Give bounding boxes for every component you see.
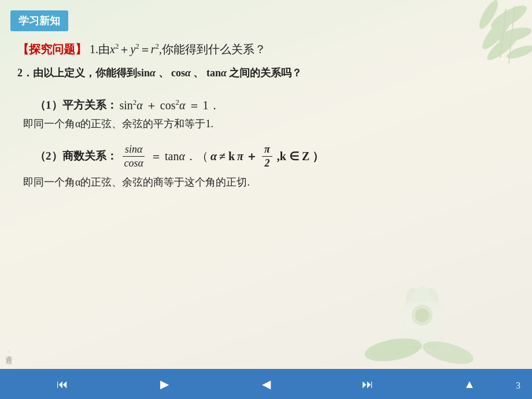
nav-next-button[interactable]: ◀ (256, 374, 276, 394)
frac-denominator: cosα (122, 157, 146, 169)
nav-prev-button[interactable]: ▶ (154, 374, 175, 394)
nav-up-button[interactable]: ▲ (459, 374, 480, 394)
section1-formula: （1）平方关系： sin2α ＋ cos2α ＝ 1． (35, 98, 515, 113)
nav-last-button[interactable]: ⏭ (357, 374, 378, 394)
section1: （1）平方关系： sin2α ＋ cos2α ＝ 1． 即同一个角α的正弦、余弦… (17, 98, 515, 131)
page-number: 3 (516, 380, 520, 391)
section1-title: （1）平方关系： (35, 98, 117, 113)
question2-block: 2．由以上定义，你能得到sinα 、 cosα 、 tanα 之间的关系吗？ (17, 65, 515, 82)
section2-frac: sinα cosα (120, 143, 148, 169)
question1-text: 1.由x2＋y2＝r2,你能得到什么关系？ (90, 43, 266, 56)
section2-neq: ≠ k (219, 150, 235, 163)
section1-formula-text: sin2α ＋ cos2α ＝ 1． (120, 98, 220, 113)
question2-text: 2．由以上定义，你能得到sinα 、 cosα 、 tanα 之间的关系吗？ (17, 67, 302, 79)
section2-condition: α (210, 150, 217, 163)
svg-point-3 (476, 0, 501, 31)
section2-formula: （2）商数关系： sinα cosα ＝ tanα．（ α ≠ k π ＋ π … (35, 143, 515, 169)
question1-label: 【探究问题】 (17, 43, 87, 56)
watermark: 课件人·超超 (5, 351, 13, 353)
section2-equals: ＝ tanα．（ (150, 149, 208, 164)
slide: 学习新知 【探究问题】 1.由x2＋y2＝r2,你能得到什么关系？ 2．由以上定… (0, 0, 532, 399)
header-tag: 学习新知 (10, 10, 68, 31)
section2-pi-frac: π 2 (260, 143, 275, 169)
main-content: 【探究问题】 1.由x2＋y2＝r2,你能得到什么关系？ 2．由以上定义，你能得… (17, 40, 515, 364)
section1-desc: 即同一个角α的正弦、余弦的平方和等于1. (23, 117, 515, 131)
svg-point-0 (488, 1, 530, 34)
section2-end: ,k ∈ Z ） (277, 149, 324, 164)
question1-block: 【探究问题】 1.由x2＋y2＝r2,你能得到什么关系？ (17, 40, 515, 58)
section2-desc: 即同一个角α的正弦、余弦的商等于这个角的正切. (23, 175, 515, 189)
pi-frac-den: 2 (262, 157, 272, 169)
nav-bar: ⏮ ▶ ◀ ⏭ ▲ 3 (0, 369, 532, 399)
section2-plus: ＋ (246, 149, 257, 164)
section2-pi-text: π (237, 150, 243, 163)
section2-title: （2）商数关系： (35, 149, 117, 164)
frac-numerator: sinα (123, 143, 145, 157)
pi-frac-num: π (262, 143, 272, 157)
nav-first-button[interactable]: ⏮ (52, 374, 73, 394)
section2: （2）商数关系： sinα cosα ＝ tanα．（ α ≠ k π ＋ π … (17, 143, 515, 189)
